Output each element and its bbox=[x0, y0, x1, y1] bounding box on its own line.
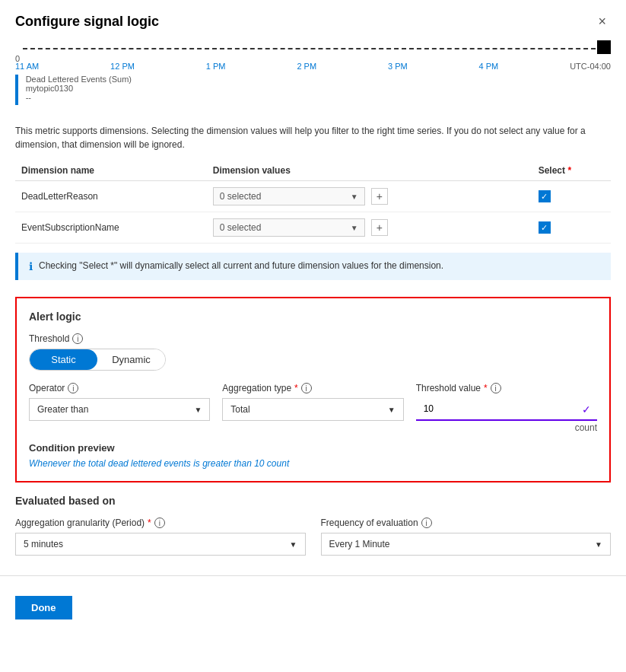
dim-name-eventsub: EventSubscriptionName bbox=[15, 212, 207, 244]
chevron-down-icon: ▼ bbox=[351, 224, 358, 232]
configure-signal-dialog: Configure signal logic × 0 11 AM 12 PM 1… bbox=[0, 0, 626, 672]
chart-container: 0 11 AM 12 PM 1 PM 2 PM 3 PM 4 PM UTC-04… bbox=[15, 40, 611, 116]
dim-select-deadletter bbox=[532, 181, 611, 212]
aggregation-dropdown[interactable]: Total ▼ bbox=[222, 398, 403, 421]
aggregation-granularity-group: Aggregation granularity (Period) * i 5 m… bbox=[15, 518, 306, 556]
frequency-label: Frequency of evaluation i bbox=[321, 518, 612, 528]
threshold-toggle: Static Dynamic bbox=[29, 349, 166, 371]
aggregation-value: Total bbox=[230, 404, 249, 415]
threshold-value-label: Threshold value * i bbox=[416, 383, 597, 393]
threshold-input-container: ✓ bbox=[416, 398, 597, 421]
granularity-info-icon[interactable]: i bbox=[154, 518, 165, 528]
col-dimension-name: Dimension name bbox=[15, 161, 207, 181]
table-row: DeadLetterReason 0 selected ▼ + bbox=[15, 181, 611, 212]
time-3pm: 3 PM bbox=[388, 62, 408, 71]
footer-divider bbox=[0, 575, 626, 576]
legend-text: Dead Lettered Events (Sum) mytopic0130 -… bbox=[26, 75, 132, 102]
dim-values-eventsub: 0 selected ▼ + bbox=[207, 212, 532, 244]
chevron-down-icon: ▼ bbox=[388, 406, 396, 414]
chart-area: 0 11 AM 12 PM 1 PM 2 PM 3 PM 4 PM UTC-04… bbox=[0, 40, 626, 116]
time-11am: 11 AM bbox=[15, 62, 39, 71]
chart-black-rect bbox=[597, 40, 611, 54]
dim-name-deadletter: DeadLetterReason bbox=[15, 181, 207, 212]
legend-name: Dead Lettered Events (Sum) bbox=[26, 75, 132, 84]
time-12pm: 12 PM bbox=[110, 62, 135, 71]
check-icon: ✓ bbox=[582, 403, 591, 416]
chevron-down-icon: ▼ bbox=[194, 406, 202, 414]
col-select: Select * bbox=[532, 161, 611, 181]
threshold-required: * bbox=[484, 383, 488, 393]
dimension-info-text: This metric supports dimensions. Selecti… bbox=[15, 124, 611, 151]
select-star-info-box: ℹ Checking "Select *" will dynamically s… bbox=[15, 253, 611, 280]
time-4pm: 4 PM bbox=[479, 62, 499, 71]
dim-add-eventsub-button[interactable]: + bbox=[371, 219, 388, 236]
aggregation-group: Aggregation type * i Total ▼ bbox=[222, 383, 403, 433]
condition-preview-text: Whenever the total dead lettered events … bbox=[29, 458, 597, 469]
granularity-dropdown[interactable]: 5 minutes ▼ bbox=[15, 533, 306, 556]
alert-logic-title: Alert logic bbox=[29, 311, 597, 323]
alert-logic-box: Alert logic Threshold i Static Dynamic O… bbox=[15, 297, 611, 483]
threshold-label: Threshold i bbox=[29, 333, 597, 344]
col-dimension-values: Dimension values bbox=[207, 161, 532, 181]
frequency-info-icon[interactable]: i bbox=[421, 518, 432, 528]
operator-value: Greater than bbox=[37, 404, 88, 415]
operator-label: Operator i bbox=[29, 383, 210, 393]
dim-select-eventsub bbox=[532, 212, 611, 244]
close-button[interactable]: × bbox=[593, 12, 611, 31]
dim-dropdown-eventsub-value: 0 selected bbox=[220, 222, 262, 233]
aggregation-label: Aggregation type * i bbox=[222, 383, 403, 393]
time-2pm: 2 PM bbox=[297, 62, 316, 71]
threshold-value-group: Threshold value * i ✓ count bbox=[416, 383, 597, 433]
threshold-info-icon[interactable]: i bbox=[72, 333, 83, 344]
footer: Done bbox=[0, 584, 626, 632]
dialog-title: Configure signal logic bbox=[15, 14, 159, 30]
legend-sub: mytopic0130 bbox=[26, 84, 132, 93]
chevron-down-icon: ▼ bbox=[290, 540, 297, 549]
condition-preview-title: Condition preview bbox=[29, 442, 597, 454]
evaluated-title: Evaluated based on bbox=[15, 495, 611, 507]
table-row: EventSubscriptionName 0 selected ▼ + bbox=[15, 212, 611, 244]
chart-dashed-line bbox=[23, 48, 603, 49]
legend-bar bbox=[15, 75, 18, 105]
eval-row: Aggregation granularity (Period) * i 5 m… bbox=[15, 518, 611, 556]
dimension-table: Dimension name Dimension values Select *… bbox=[15, 161, 611, 244]
dim-dropdown-eventsub[interactable]: 0 selected ▼ bbox=[213, 218, 365, 237]
evaluated-section: Evaluated based on Aggregation granulari… bbox=[0, 495, 626, 568]
info-icon: ℹ bbox=[29, 260, 33, 272]
frequency-value: Every 1 Minute bbox=[329, 539, 390, 549]
dim-add-deadletter-button[interactable]: + bbox=[371, 188, 388, 205]
dynamic-toggle-button[interactable]: Dynamic bbox=[97, 349, 165, 370]
dim-dropdown-deadletter[interactable]: 0 selected ▼ bbox=[213, 187, 365, 205]
operator-info-icon[interactable]: i bbox=[68, 383, 78, 393]
alert-logic-fields: Operator i Greater than ▼ Aggregation ty… bbox=[29, 383, 597, 433]
frequency-group: Frequency of evaluation i Every 1 Minute… bbox=[321, 518, 612, 556]
time-utc: UTC-04:00 bbox=[570, 62, 611, 71]
chevron-down-icon: ▼ bbox=[595, 540, 602, 549]
select-star-info-text: Checking "Select *" will dynamically sel… bbox=[39, 260, 443, 271]
granularity-required: * bbox=[148, 518, 151, 528]
aggregation-info-icon[interactable]: i bbox=[301, 383, 312, 393]
legend-value: -- bbox=[26, 93, 132, 102]
aggregation-required: * bbox=[294, 383, 298, 393]
time-1pm: 1 PM bbox=[206, 62, 226, 71]
dim-values-deadletter: 0 selected ▼ + bbox=[207, 181, 532, 212]
granularity-value: 5 minutes bbox=[24, 539, 63, 549]
checkbox-deadletter[interactable] bbox=[539, 190, 551, 202]
operator-group: Operator i Greater than ▼ bbox=[29, 383, 210, 433]
chart-legend: Dead Lettered Events (Sum) mytopic0130 -… bbox=[15, 75, 132, 105]
dim-dropdown-deadletter-value: 0 selected bbox=[220, 191, 262, 202]
threshold-value-info-icon[interactable]: i bbox=[491, 383, 501, 393]
chart-timeline: 11 AM 12 PM 1 PM 2 PM 3 PM 4 PM UTC-04:0… bbox=[15, 62, 611, 71]
aggregation-granularity-label: Aggregation granularity (Period) * i bbox=[15, 518, 306, 528]
chevron-down-icon: ▼ bbox=[351, 193, 358, 201]
checkbox-eventsub[interactable] bbox=[539, 221, 551, 234]
frequency-dropdown[interactable]: Every 1 Minute ▼ bbox=[321, 533, 612, 556]
done-button[interactable]: Done bbox=[15, 596, 72, 619]
static-toggle-button[interactable]: Static bbox=[30, 349, 97, 370]
count-label: count bbox=[416, 422, 597, 433]
threshold-value-input[interactable] bbox=[416, 398, 597, 421]
operator-dropdown[interactable]: Greater than ▼ bbox=[29, 398, 210, 421]
dimension-section: This metric supports dimensions. Selecti… bbox=[0, 124, 626, 297]
dialog-header: Configure signal logic × bbox=[0, 0, 626, 40]
